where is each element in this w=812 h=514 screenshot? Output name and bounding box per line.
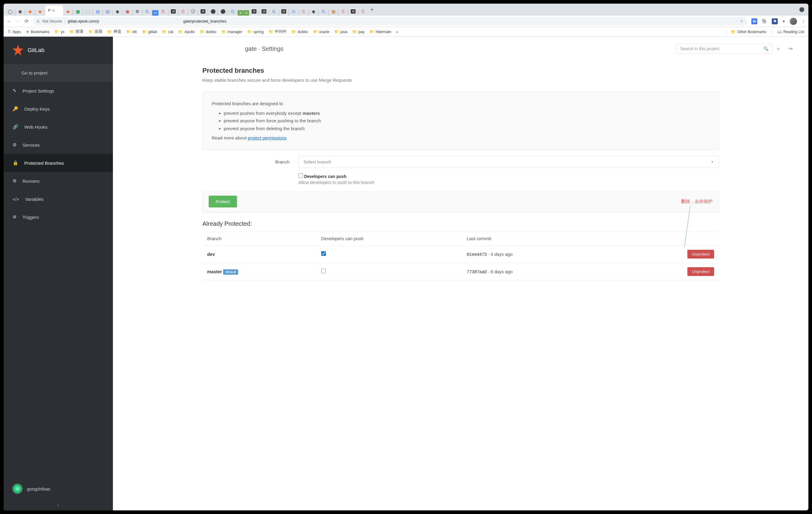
bookmark-folder[interactable]: 📁 dubbo xyxy=(291,29,308,34)
bookmark-folder[interactable]: 📁 pay xyxy=(352,29,365,34)
sidebar-item-triggers[interactable]: ♽Triggers xyxy=(4,208,113,226)
branch-select[interactable]: Select branch ▼ xyxy=(298,156,719,168)
reading-list[interactable]: 📖 Reading List xyxy=(777,29,805,34)
tab-icon[interactable]: ◯ xyxy=(5,7,15,16)
extension-icon[interactable]: W xyxy=(751,18,757,24)
tab-icon[interactable]: G xyxy=(142,7,152,16)
go-to-project-link[interactable]: Go to project xyxy=(4,64,113,82)
protect-button[interactable]: Protect xyxy=(209,196,237,208)
dev-push-checkbox[interactable] xyxy=(321,269,326,273)
bookmarks-overflow[interactable]: » xyxy=(396,30,398,34)
dev-push-checkbox[interactable] xyxy=(321,251,326,256)
sidebar-item-variables[interactable]: </>Variables xyxy=(4,190,113,208)
active-tab[interactable]: P × xyxy=(45,5,63,16)
tab-icon[interactable]: JB xyxy=(198,7,208,16)
sidebar-item-runners[interactable]: ⚙Runners xyxy=(4,172,113,190)
tab-icon[interactable]: ◉ xyxy=(113,7,122,16)
tab-icon[interactable]: G xyxy=(269,7,279,16)
bookmark-folder[interactable]: 📁 容器 xyxy=(88,29,103,34)
sidebar-item-project-settings[interactable]: ✎Project Settings xyxy=(4,82,113,100)
sidebar-collapse[interactable]: ‹ xyxy=(4,499,113,510)
tab-icon[interactable]: C xyxy=(339,7,348,16)
sidebar-user[interactable]: gongzhihao xyxy=(4,478,113,499)
tab-icon[interactable]: JB xyxy=(279,7,289,16)
bookmark-folder[interactable]: 📁 spring xyxy=(247,29,264,34)
extensions-icon[interactable]: ✦ xyxy=(782,19,786,24)
close-tab-icon[interactable]: × xyxy=(52,8,55,13)
tab-icon[interactable]: ◆ xyxy=(35,7,45,16)
bookmark-folder[interactable]: 📁 gitlab xyxy=(142,29,157,34)
back-icon[interactable]: ← xyxy=(7,19,11,24)
address-bar[interactable]: ⚠ Not Secure | gitlab.eptok.com/ygate/pr… xyxy=(33,17,747,26)
tab-icon[interactable]: C xyxy=(158,7,168,16)
tab-icon[interactable]: ▦ xyxy=(73,7,83,16)
bookmarks-button[interactable]: ★ Bookmarks xyxy=(26,29,50,34)
unprotect-button[interactable]: Unprotect xyxy=(687,250,714,259)
tab-icon[interactable]: C xyxy=(178,7,188,16)
bookmark-folder[interactable]: 📁 elk xyxy=(126,29,137,34)
tab-icon[interactable]: sf xyxy=(243,10,249,16)
bookmark-folder[interactable]: 📁 cat xyxy=(162,29,173,34)
developers-can-push-checkbox[interactable]: Developers can push xyxy=(298,174,347,179)
bookmark-folder[interactable]: 📁 java xyxy=(334,29,347,34)
tab-icon[interactable]: 3D xyxy=(152,10,158,16)
sidebar-item-web-hooks[interactable]: 🔗Web Hooks xyxy=(4,118,113,136)
star-icon[interactable]: ☆ xyxy=(740,19,744,23)
brand[interactable]: GitLab xyxy=(4,37,113,64)
bookmark-folder[interactable]: 📁 oracle xyxy=(313,29,329,34)
window-control-icon[interactable] xyxy=(800,7,804,12)
new-tab-button[interactable]: + xyxy=(368,7,376,13)
unprotect-button[interactable]: Unprotect xyxy=(687,267,714,276)
forward-icon[interactable]: → xyxy=(16,19,21,24)
tab-icon[interactable]: ▤ xyxy=(93,7,103,16)
extension-icon[interactable]: ✱ xyxy=(772,18,778,24)
tab-icon[interactable]: ▤ xyxy=(103,7,112,16)
new-button[interactable]: ＋ xyxy=(772,45,784,52)
bookmark-folder[interactable]: 📁 manager xyxy=(221,29,242,34)
tab-icon[interactable]: G xyxy=(228,7,237,16)
project-permissions-link[interactable]: project permissions xyxy=(248,135,287,140)
commit-hash[interactable]: 77387aa0 xyxy=(467,269,487,274)
tab-icon[interactable]: G xyxy=(319,7,328,16)
sidebar-item-services[interactable]: ⚙Services xyxy=(4,136,113,154)
reload-icon[interactable]: ⟳ xyxy=(25,18,29,24)
tab-icon[interactable]: JB xyxy=(249,7,259,16)
menu-icon[interactable]: ⋮ xyxy=(801,19,805,24)
tab-icon[interactable]: sf xyxy=(238,10,243,16)
bookmark-folder[interactable]: 📁 Apollo xyxy=(178,29,195,34)
tab-icon[interactable]: ◆ xyxy=(25,7,35,16)
bookmark-folder[interactable]: 📁 dubbo xyxy=(200,29,216,34)
extension-icon[interactable]: 🐘 xyxy=(761,18,767,24)
tab-icon[interactable]: ⓘ xyxy=(188,7,198,16)
tab-icon[interactable]: JB xyxy=(259,7,269,16)
tab-icon[interactable]: ⚙ xyxy=(133,7,142,16)
sidebar-item-protected-branches[interactable]: 🔒Protected Branches xyxy=(4,154,113,172)
dev-push-cell xyxy=(317,263,462,280)
sidebar-item-deploy-keys[interactable]: 🔑Deploy Keys xyxy=(4,100,113,118)
tab-icon[interactable]: ◆ xyxy=(63,7,73,16)
bookmark-folder[interactable]: 📁 中间件 xyxy=(268,29,287,34)
tab-icon[interactable]: ◉ xyxy=(309,7,318,16)
tab-icon[interactable]: ⚫ xyxy=(208,7,218,16)
apps-button[interactable]: ⠿ Apps xyxy=(8,29,21,34)
sign-out-icon[interactable]: ↪ xyxy=(784,45,796,52)
tab-icon[interactable]: ⬚ xyxy=(83,7,92,16)
project-search-input[interactable]: Search in this project 🔍 xyxy=(676,44,772,54)
tab-icon[interactable]: ▦ xyxy=(328,7,338,16)
profile-avatar[interactable] xyxy=(790,18,797,25)
bookmark-folder[interactable]: 📁 部署 xyxy=(69,29,84,34)
tab-icon[interactable]: ▣ xyxy=(122,7,132,16)
bookmark-folder[interactable]: 📁 hibernate xyxy=(369,29,391,34)
tab-icon[interactable]: C xyxy=(299,7,309,16)
commit-hash[interactable]: 81ee4473 xyxy=(467,251,487,257)
tab-icon[interactable]: ⚫ xyxy=(218,7,228,16)
tab-icon[interactable]: JB xyxy=(348,7,358,16)
tab-icon[interactable]: JB xyxy=(169,7,178,16)
bookmark-folder[interactable]: 📁 ys xyxy=(54,29,64,34)
tab-icon[interactable]: ◉ xyxy=(15,7,25,16)
bookmark-folder[interactable]: 📁 禅道 xyxy=(107,29,121,34)
other-bookmarks[interactable]: 📁 Other Bookmarks xyxy=(731,29,766,34)
tab-icon[interactable]: C xyxy=(358,7,368,16)
dev-push-cell xyxy=(317,245,462,263)
tab-icon[interactable]: G xyxy=(289,7,298,16)
